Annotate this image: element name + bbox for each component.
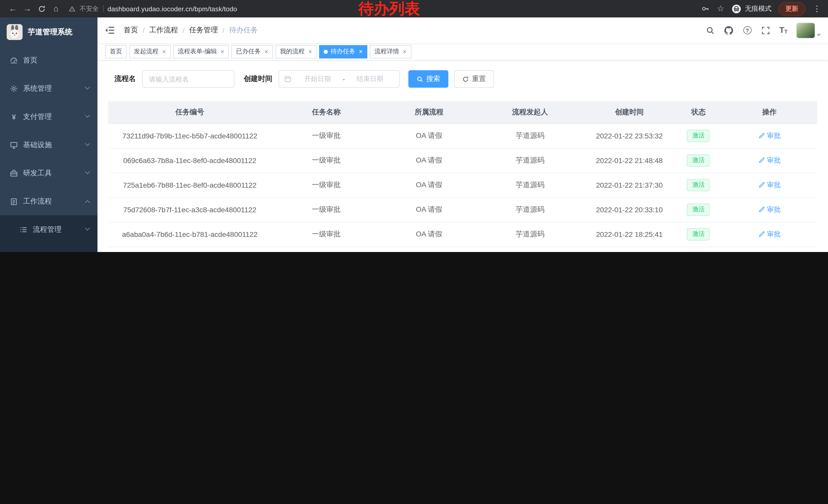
logo-rabbit-icon — [7, 24, 23, 40]
reset-button[interactable]: 重置 — [454, 70, 494, 88]
cell-status: 激活 — [675, 173, 721, 197]
chrome-menu-icon[interactable]: ⋮ — [812, 4, 822, 13]
cell-actions: 审批 — [721, 124, 817, 148]
process-name-input[interactable] — [142, 70, 235, 88]
help-icon[interactable]: ? — [742, 26, 752, 35]
cell-task-name: 1.2 — [272, 246, 381, 252]
audit-button[interactable]: 审批 — [758, 156, 781, 165]
breadcrumb-home[interactable]: 首页 — [124, 26, 138, 35]
sidebar-item-system[interactable]: 系统管理 — [0, 74, 97, 102]
password-key-icon[interactable] — [701, 4, 709, 13]
cell-task-name: 一级审批 — [272, 173, 381, 197]
chevron-down-icon — [85, 225, 90, 230]
sidebar-fold-icon[interactable] — [105, 25, 115, 35]
cell-task-id: 73211d9d-7b9b-11ec-b5b7-acde48001122 — [108, 124, 272, 148]
sidebar-item-process-mgmt[interactable]: 流程管理 — [0, 215, 97, 243]
cell-status: 激活 — [675, 197, 721, 222]
cell-starter: 芋道源码 — [477, 222, 583, 246]
tab-start-process[interactable]: 发起流程× — [129, 45, 171, 58]
cell-actions: 审批 — [721, 173, 817, 197]
sidebar-item-devtools[interactable]: 研发工具 — [0, 159, 97, 187]
tab-done-tasks[interactable]: 已办任务× — [232, 45, 273, 58]
sidebar-item-home[interactable]: 首页 — [0, 46, 97, 74]
cell-starter: 芋道源码 — [477, 197, 583, 222]
app-frame: 芋道管理系统 首页 系统管理 ¥ 支付管理 — [0, 17, 828, 252]
cell-actions: 审批 — [721, 148, 817, 173]
tab-my-process[interactable]: 我的流程× — [276, 45, 317, 58]
date-range-picker[interactable]: 开始日期 - 结束日期 — [279, 70, 400, 88]
search-button[interactable]: 搜索 — [408, 70, 448, 88]
close-icon[interactable]: × — [308, 48, 312, 55]
sidebar-item-infra[interactable]: 基础设施 — [0, 131, 97, 159]
end-date-placeholder: 结束日期 — [346, 74, 394, 84]
security-label: 不安全 — [80, 4, 99, 13]
audit-button[interactable]: 审批 — [758, 131, 781, 140]
cell-process: OA 请假 — [381, 222, 477, 246]
col-status: 状态 — [675, 101, 721, 124]
audit-button[interactable]: 审批 — [758, 180, 781, 190]
close-icon[interactable]: × — [403, 48, 407, 55]
tab-home[interactable]: 首页 — [105, 45, 127, 58]
close-icon[interactable]: × — [264, 48, 268, 55]
status-badge: 激活 — [687, 154, 710, 166]
incognito-badge[interactable]: 无痕模式 — [732, 4, 772, 13]
breadcrumb-task-mgmt[interactable]: 任务管理 — [189, 26, 218, 35]
font-size-icon[interactable]: TT — [779, 26, 787, 34]
cell-created: 2022-01-22 23:53:32 — [583, 124, 675, 148]
cell-status: 激活 — [675, 124, 721, 148]
cell-created: 2022-01-21 22:43:55 — [583, 246, 675, 252]
edit-pencil-icon — [758, 207, 764, 213]
close-icon[interactable]: × — [162, 48, 166, 55]
forward-icon[interactable]: → — [20, 2, 34, 15]
cell-task-id: 069c6a63-7b8a-11ec-8ef0-acde48001122 — [108, 148, 272, 173]
close-icon[interactable]: × — [220, 48, 224, 55]
edit-pencil-icon — [758, 133, 764, 139]
annotation-todo-list: 待办列表 — [358, 0, 420, 18]
table-row: 8f0d1619-7ac8-11ec-a9e2-a2380e71991a 1.2… — [108, 246, 817, 252]
cell-process: OA 请假 — [381, 148, 477, 173]
tab-process-detail[interactable]: 流程详情× — [370, 45, 411, 58]
chevron-down-icon — [85, 112, 90, 118]
breadcrumb-workflow[interactable]: 工作流程 — [149, 26, 178, 35]
user-menu[interactable] — [796, 22, 821, 38]
breadcrumb-separator: / — [142, 26, 145, 34]
address-bar[interactable]: 不安全 dashboard.yudao.iocoder.cn/bpm/task/… — [69, 4, 237, 13]
close-icon[interactable]: × — [359, 48, 363, 55]
cell-task-id: 8f0d1619-7ac8-11ec-a9e2-a2380e71991a — [108, 246, 272, 252]
sidebar-item-task-mgmt[interactable]: 任务管理 — [0, 243, 97, 252]
list-icon — [19, 225, 28, 234]
chevron-down-icon — [85, 84, 90, 89]
github-icon[interactable] — [724, 26, 734, 35]
edit-pencil-icon — [758, 182, 764, 188]
cell-created: 2022-01-22 21:37:30 — [583, 173, 675, 197]
col-task-name: 任务名称 — [272, 101, 381, 124]
cell-status: 激活 — [675, 148, 721, 173]
tab-form-edit[interactable]: 流程表单-编辑× — [173, 45, 229, 58]
audit-button[interactable]: 审批 — [758, 205, 781, 214]
cell-actions: 审批 — [721, 197, 817, 222]
avatar[interactable] — [796, 22, 815, 38]
cell-task-name: 一级审批 — [272, 222, 381, 246]
table-header-row: 任务编号 任务名称 所属流程 流程发起人 创建时间 状态 操作 — [108, 101, 817, 124]
refresh-icon[interactable] — [35, 2, 48, 15]
breadcrumb-separator: / — [223, 26, 225, 34]
audit-button[interactable]: 审批 — [758, 230, 781, 239]
fullscreen-icon[interactable] — [761, 26, 771, 35]
not-secure-warning-icon — [69, 5, 75, 12]
sidebar-item-workflow[interactable]: 工作流程 — [0, 187, 97, 215]
app-logo[interactable]: 芋道管理系统 — [0, 17, 97, 46]
todo-task-table: 任务编号 任务名称 所属流程 流程发起人 创建时间 状态 操作 — [108, 101, 817, 252]
sidebar-item-payment[interactable]: ¥ 支付管理 — [0, 102, 97, 131]
cell-created: 2022-01-22 20:33:10 — [583, 197, 675, 222]
navbar-actions: ? TT — [705, 22, 821, 38]
tab-todo-tasks[interactable]: 待办任务× — [319, 45, 367, 58]
bookmark-star-icon[interactable]: ☆ — [716, 4, 725, 13]
back-icon[interactable]: ← — [6, 2, 19, 15]
cell-task-id: 75d72608-7b7f-11ec-a3c8-acde48001122 — [108, 197, 272, 222]
search-icon[interactable] — [705, 26, 715, 35]
home-icon[interactable]: ⌂ — [49, 2, 63, 15]
cell-status: 激活 — [675, 246, 721, 252]
update-button[interactable]: 更新 — [778, 2, 805, 16]
toolbox-icon — [10, 169, 18, 177]
incognito-label: 无痕模式 — [745, 4, 772, 13]
